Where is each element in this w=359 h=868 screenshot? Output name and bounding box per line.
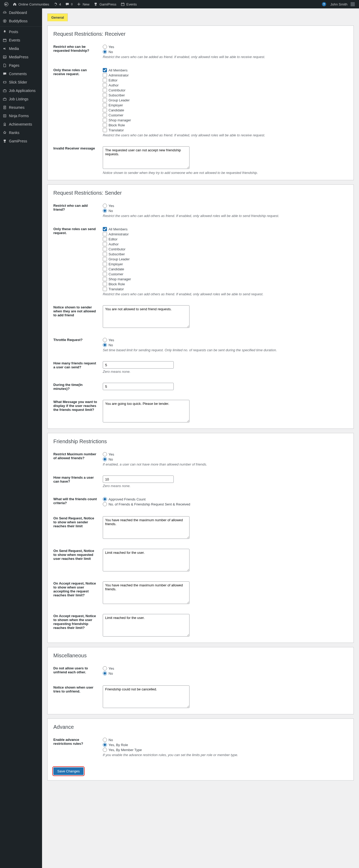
role-label: Contributor: [109, 88, 125, 92]
radio-no[interactable]: [103, 343, 107, 347]
sidebar-item-comments[interactable]: Comments: [0, 70, 42, 78]
role-checkbox[interactable]: [103, 128, 107, 132]
radio-approved[interactable]: [103, 497, 107, 501]
site-name[interactable]: Online Communities: [10, 0, 51, 8]
role-checkbox[interactable]: [103, 98, 107, 102]
role-checkbox[interactable]: [103, 282, 107, 286]
role-checkbox[interactable]: [103, 83, 107, 87]
sidebar-item-dashboard[interactable]: Dashboard: [0, 8, 42, 17]
radio-no[interactable]: [103, 209, 107, 213]
radio-no[interactable]: [103, 738, 107, 742]
radio-by-role[interactable]: [103, 743, 107, 747]
radio-yes[interactable]: [103, 338, 107, 342]
svg-rect-10: [3, 115, 6, 117]
role-checkbox[interactable]: [103, 68, 107, 72]
sidebar-item-gamipress[interactable]: GamiPress: [0, 137, 42, 145]
sidebar-item-mediapress[interactable]: MediaPress: [0, 53, 42, 61]
plus-icon: [77, 2, 81, 6]
radio-yes[interactable]: [103, 452, 107, 456]
role-label: Contributor: [109, 247, 125, 251]
tab-general[interactable]: General: [47, 13, 68, 21]
role-checkbox[interactable]: [103, 227, 107, 231]
sidebar-item-label: Pages: [9, 63, 20, 67]
role-checkbox[interactable]: [103, 252, 107, 256]
sender-notice-textarea[interactable]: You are not allowed to send friend reque…: [103, 305, 189, 328]
role-checkbox[interactable]: [103, 103, 107, 107]
sidebar-item-pages[interactable]: Pages: [0, 61, 42, 70]
role-checkbox[interactable]: [103, 88, 107, 92]
send-sender-textarea[interactable]: You have reached the maximum number of a…: [103, 516, 189, 539]
slider-icon: [3, 80, 7, 84]
comments[interactable]: 0: [63, 0, 74, 8]
wp-logo[interactable]: [2, 0, 10, 8]
role-checkbox[interactable]: [103, 118, 107, 122]
role-checkbox[interactable]: [103, 242, 107, 246]
sidebar-item-achievements[interactable]: Achievements: [0, 120, 42, 128]
role-label: Translator: [109, 287, 124, 291]
field-label: How many friends a user can have?: [48, 471, 100, 493]
radio-label: Yes: [109, 338, 114, 342]
role-checkbox[interactable]: [103, 123, 107, 127]
sidebar-item-posts[interactable]: Posts: [0, 28, 42, 36]
radio-no[interactable]: [103, 50, 107, 54]
field-description: Restrict the users who can be added as f…: [103, 133, 348, 137]
role-label: Administrator: [109, 73, 129, 77]
events-menu[interactable]: Events: [119, 0, 139, 8]
save-changes-button[interactable]: Save Changes: [53, 767, 84, 775]
field-label: On Accept request, Notice to show when u…: [48, 578, 100, 610]
sidebar-item-media[interactable]: Media: [0, 44, 42, 53]
role-checkbox[interactable]: [103, 247, 107, 251]
radio-label: Yes: [109, 45, 114, 49]
max-request-input[interactable]: [103, 361, 174, 369]
sidebar-item-ninja-forms[interactable]: Ninja Forms: [0, 112, 42, 120]
role-checkbox[interactable]: [103, 277, 107, 281]
time-minutes-input[interactable]: [103, 383, 174, 390]
help-menu[interactable]: ?: [320, 0, 328, 8]
new-content[interactable]: New: [74, 0, 91, 8]
role-checkbox[interactable]: [103, 262, 107, 266]
role-checkbox[interactable]: [103, 237, 107, 241]
role-label: Subscriber: [109, 252, 125, 256]
help-icon: ?: [322, 2, 326, 6]
sidebar-item-events[interactable]: Events: [0, 36, 42, 44]
role-checkbox[interactable]: [103, 108, 107, 112]
radio-no[interactable]: [103, 457, 107, 461]
sidebar-item-slick-slider[interactable]: Slick Slider: [0, 78, 42, 87]
role-checkbox[interactable]: [103, 93, 107, 97]
max-friends-input[interactable]: [103, 475, 174, 483]
invalid-receiver-textarea[interactable]: The requested user can not accept new fr…: [103, 146, 189, 169]
accept-requester-textarea[interactable]: Limit reached for the user.: [103, 614, 189, 637]
role-checkbox[interactable]: [103, 113, 107, 117]
radio-yes[interactable]: [103, 45, 107, 49]
field-description: Zero means none.: [103, 484, 348, 488]
sidebar-item-buddyboss[interactable]: BuddyBoss: [0, 17, 42, 25]
role-checkbox[interactable]: [103, 272, 107, 276]
role-checkbox[interactable]: [103, 232, 107, 236]
sidebar-item-label: MediaPress: [9, 55, 28, 59]
radio-no[interactable]: [103, 671, 107, 676]
radio-yes[interactable]: [103, 204, 107, 208]
field-label: On Send Request, Notice to show when req…: [48, 545, 100, 578]
sidebar-item-ranks[interactable]: Ranks: [0, 128, 42, 137]
accept-acceptor-textarea[interactable]: You have reached the maximum number of a…: [103, 581, 189, 604]
sidebar-item-job-listings[interactable]: Job Listings: [0, 95, 42, 103]
radio-by-member[interactable]: [103, 748, 107, 752]
send-requested-textarea[interactable]: Limit reached for the user.: [103, 549, 189, 571]
role-checkbox[interactable]: [103, 78, 107, 82]
sidebar-item-job-applications[interactable]: Job Applications: [0, 87, 42, 95]
section-receiver: Request Restrictions: Receiver Restrict …: [47, 26, 354, 180]
role-checkbox[interactable]: [103, 267, 107, 271]
role-label: Employer: [109, 103, 123, 107]
radio-yes[interactable]: [103, 666, 107, 671]
radio-sent-received[interactable]: [103, 502, 107, 506]
updates[interactable]: 4: [51, 0, 63, 8]
role-checkbox[interactable]: [103, 287, 107, 291]
role-checkbox[interactable]: [103, 73, 107, 77]
role-checkbox[interactable]: [103, 257, 107, 261]
throttle-message-textarea[interactable]: You are going too quick. Please be tende…: [103, 400, 189, 423]
user-menu[interactable]: John Smith: [328, 0, 357, 8]
gamipress-menu[interactable]: GamiPress: [91, 0, 118, 8]
role-label: Customer: [109, 113, 123, 117]
unfriend-textarea[interactable]: Friendship could not be cancelled.: [103, 685, 189, 708]
sidebar-item-resumes[interactable]: Resumes: [0, 103, 42, 112]
